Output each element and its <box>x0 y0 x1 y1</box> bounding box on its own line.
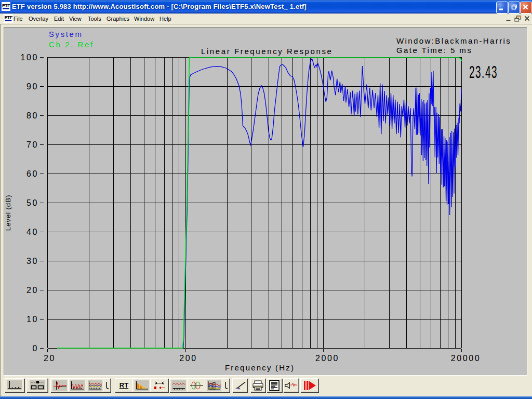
svg-text:40: 40 <box>26 228 38 236</box>
svg-text:200: 200 <box>179 354 197 363</box>
svg-text:Gate Time: 5 ms: Gate Time: 5 ms <box>396 46 472 55</box>
svg-text:Window:Blackman-Harris: Window:Blackman-Harris <box>396 36 511 45</box>
svg-text:2000: 2000 <box>315 354 339 363</box>
svg-text:60: 60 <box>26 169 38 178</box>
svg-text:70: 70 <box>26 140 38 149</box>
svg-text:Frequency (Hz): Frequency (Hz) <box>225 363 295 372</box>
svg-text:23.43: 23.43 <box>469 62 498 82</box>
svg-text:20000: 20000 <box>451 354 481 363</box>
svg-text:100: 100 <box>21 53 39 62</box>
svg-text:20: 20 <box>44 354 56 363</box>
svg-text:Level (dB): Level (dB) <box>4 195 12 231</box>
svg-text:90: 90 <box>26 82 38 91</box>
svg-text:Ch 2. Ref: Ch 2. Ref <box>49 40 94 49</box>
svg-text:ETF: ETF <box>5 15 13 20</box>
svg-text:System: System <box>49 30 83 38</box>
svg-text:80: 80 <box>26 111 38 120</box>
svg-text:Linear Frequency Response: Linear Frequency Response <box>201 47 332 56</box>
svg-text:20: 20 <box>26 286 38 295</box>
svg-text:0: 0 <box>33 344 39 353</box>
svg-text:ETF: ETF <box>2 3 10 8</box>
svg-text:10: 10 <box>26 315 38 324</box>
svg-text:50: 50 <box>26 198 38 207</box>
svg-text:30: 30 <box>26 257 38 265</box>
